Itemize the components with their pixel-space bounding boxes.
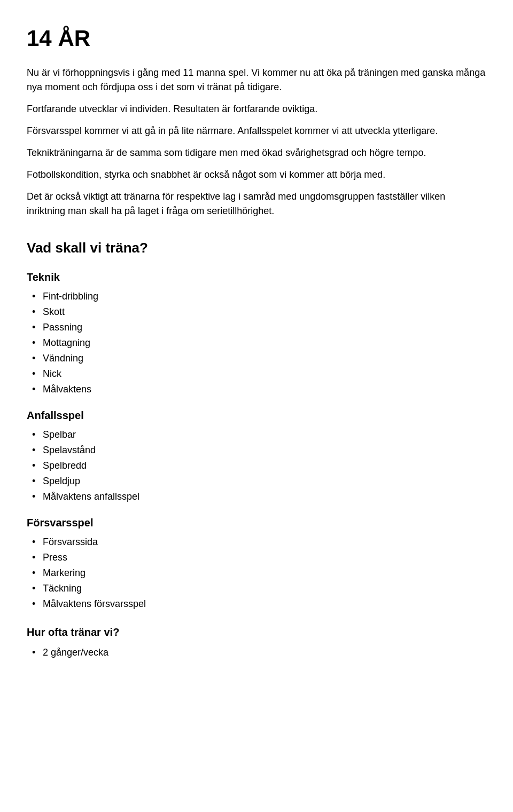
list-item: Nick: [32, 367, 486, 381]
intro-para-4: Teknikträningarna är de samma som tidiga…: [27, 146, 486, 160]
list-item: Skott: [32, 305, 486, 319]
teknik-list: Fint-dribbling Skott Passning Mottagning…: [27, 289, 486, 397]
list-item: Vändning: [32, 351, 486, 366]
intro-para-6: Det är också viktigt att tränarna för re…: [27, 190, 486, 218]
intro-para-5: Fotbollskondition, styrka och snabbhet ä…: [27, 168, 486, 182]
page-title: 14 ÅR: [27, 21, 486, 55]
list-item: Försvarssida: [32, 535, 486, 549]
intro-section: Nu är vi förhoppningsvis i gång med 11 m…: [27, 66, 486, 218]
anfallsspel-list: Spelbar Spelavstånd Spelbredd Speldjup M…: [27, 428, 486, 504]
list-item: Målvaktens försvarsspel: [32, 597, 486, 611]
list-item: Spelavstånd: [32, 443, 486, 458]
list-item: Markering: [32, 566, 486, 580]
anfallsspel-block: Anfallsspel Spelbar Spelavstånd Spelbred…: [27, 407, 486, 504]
list-item: Målvaktens anfallsspel: [32, 490, 486, 504]
frequency-list: 2 gånger/vecka: [27, 645, 486, 660]
intro-para-2: Fortfarande utvecklar vi individen. Resu…: [27, 102, 486, 116]
intro-para-1: Nu är vi förhoppningsvis i gång med 11 m…: [27, 66, 486, 94]
list-item: Press: [32, 550, 486, 565]
list-item: Mottagning: [32, 336, 486, 350]
list-item: Fint-dribbling: [32, 289, 486, 304]
list-item: Spelbar: [32, 428, 486, 442]
list-item: Speldjup: [32, 474, 486, 488]
frequency-block: Hur ofta tränar vi? 2 gånger/vecka: [27, 624, 486, 660]
teknik-heading: Teknik: [27, 269, 486, 285]
forsvarsspel-block: Försvarsspel Försvarssida Press Markerin…: [27, 515, 486, 611]
list-item: Täckning: [32, 581, 486, 596]
forsvarsspel-heading: Försvarsspel: [27, 515, 486, 531]
list-item: Spelbredd: [32, 459, 486, 473]
list-item: Passning: [32, 320, 486, 335]
list-item: 2 gånger/vecka: [32, 645, 486, 660]
list-item: Målvaktens: [32, 382, 486, 397]
forsvarsspel-list: Försvarssida Press Markering Täckning Må…: [27, 535, 486, 611]
section-title: Vad skall vi träna?: [27, 238, 486, 258]
teknik-block: Teknik Fint-dribbling Skott Passning Mot…: [27, 269, 486, 397]
intro-para-3: Försvarsspel kommer vi att gå in på lite…: [27, 124, 486, 138]
frequency-title: Hur ofta tränar vi?: [27, 624, 486, 640]
anfallsspel-heading: Anfallsspel: [27, 407, 486, 423]
